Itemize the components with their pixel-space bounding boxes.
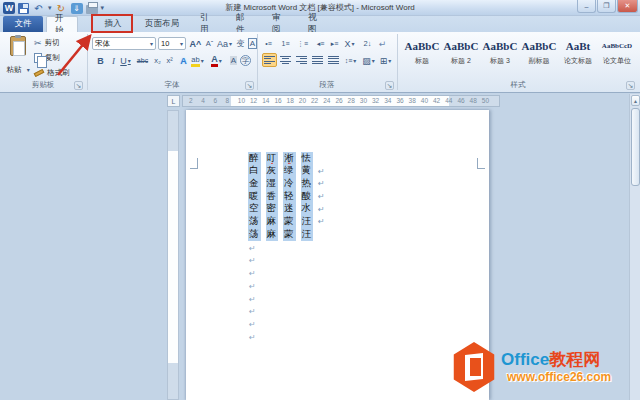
empty-paragraph-mark-icon: ↵ — [249, 295, 256, 304]
chevron-down-icon: ▾ — [180, 40, 183, 47]
distribute-button[interactable] — [326, 53, 341, 67]
word[interactable]: 水汪汪 — [301, 202, 314, 241]
minimize-button[interactable]: – — [577, 0, 596, 13]
justify-button[interactable] — [310, 53, 325, 67]
borders-icon[interactable]: ⊞ ▾ — [379, 54, 392, 67]
shading-glyph: ▨ — [362, 56, 371, 66]
horizontal-ruler[interactable]: 2468101214161820222426283032343638404244… — [182, 95, 500, 107]
enclose-characters-icon[interactable]: 字 — [239, 54, 252, 67]
ribbon-tab-5[interactable]: 邮件 — [228, 16, 260, 32]
decrease-indent-icon[interactable]: ◂≡ — [314, 37, 327, 50]
ruler-tick: 10 — [238, 97, 245, 104]
font-color-icon: A — [211, 55, 218, 67]
show-marks-icon[interactable]: ↵ — [376, 37, 389, 50]
style-preview: AaBt — [559, 36, 597, 56]
scrollbar-thumb[interactable] — [631, 108, 640, 186]
empty-paragraph-mark-icon: ↵ — [249, 320, 256, 329]
line-spacing-glyph: ↕≡ — [345, 57, 353, 64]
character-border-icon[interactable]: A — [246, 37, 259, 50]
sort-icon[interactable]: 2↓ — [361, 37, 374, 50]
font-dialog-launcher-icon[interactable]: ↘ — [245, 81, 254, 90]
scroll-up-icon[interactable]: ▲ — [631, 95, 640, 106]
chevron-down-icon: ▾ — [128, 57, 131, 64]
word[interactable]: 迷蒙蒙 — [283, 202, 296, 241]
style-name: 论文单位 — [598, 56, 636, 66]
change-case-glyph: Aa — [217, 39, 228, 49]
align-left-icon — [264, 56, 275, 65]
style-card[interactable]: AaBbC副标题 — [520, 36, 558, 72]
ruler-tick: 40 — [421, 97, 428, 104]
chevron-down-icon: ▾ — [372, 57, 375, 64]
word-window: W ↶ ▾ ↻ ⇓ ▾ 新建 Microsoft Word 文档 [兼容模式] … — [0, 0, 640, 400]
superscript-button[interactable]: x² — [163, 54, 176, 67]
ruler-tick: 32 — [372, 97, 379, 104]
shading-icon[interactable]: ▨ ▾ — [362, 54, 375, 67]
highlight-color-button[interactable]: ab ▾ — [191, 54, 204, 67]
style-preview: AaBbC — [442, 36, 480, 56]
grow-font-icon[interactable]: A^ — [189, 37, 202, 50]
ribbon-tab-file[interactable]: 文件 — [3, 16, 43, 32]
paragraph-mark-icon: ↵ — [318, 192, 325, 201]
ruler-tick: 8 — [226, 97, 230, 104]
style-card[interactable]: AaBt论文标题 — [559, 36, 597, 72]
enclose-glyph: 字 — [240, 55, 251, 66]
style-card[interactable]: AaBbC标题 3 — [481, 36, 519, 72]
character-shading-glyph: A — [230, 56, 237, 65]
style-card[interactable]: AaBbC标题 2 — [442, 36, 480, 72]
empty-paragraph-mark-icon: ↵ — [249, 282, 256, 291]
ribbon-tab-4[interactable]: 引用 — [192, 16, 224, 32]
align-center-button[interactable] — [278, 53, 293, 67]
style-card[interactable]: AaBbC标题 — [403, 36, 441, 72]
ribbon-tab-7[interactable]: 视图 — [300, 16, 332, 32]
numbering-icon[interactable]: 1≡ — [279, 37, 292, 50]
ribbon-tab-3[interactable]: 页面布局 — [136, 16, 188, 32]
styles-dialog-launcher-icon[interactable]: ↘ — [626, 81, 635, 90]
align-right-button[interactable] — [294, 53, 309, 67]
ruler-tick: 16 — [274, 97, 281, 104]
font-color-button[interactable]: A ▾ — [210, 54, 223, 67]
empty-paragraph-mark-icon: ↵ — [249, 244, 256, 253]
styles-group-label: 样式 — [398, 80, 638, 90]
underline-button[interactable]: U ▾ — [119, 54, 132, 67]
distribute-icon — [328, 56, 339, 65]
align-left-button[interactable] — [262, 53, 277, 67]
text-effects-icon[interactable]: A — [177, 54, 190, 67]
margin-cropmark — [197, 158, 198, 168]
font-size-select[interactable]: 10 ▾ — [158, 37, 186, 50]
clipboard-dialog-launcher-icon[interactable]: ↘ — [74, 81, 83, 90]
paragraph-mark-icon: ↵ — [318, 205, 325, 214]
text-line[interactable]: 空荡荡密麻麻迷蒙蒙水汪汪↵ — [248, 216, 325, 228]
increase-indent-icon[interactable]: ▸≡ — [328, 37, 341, 50]
style-card[interactable]: AaBbCcD论文单位 — [598, 36, 636, 72]
shrink-font-icon[interactable]: Aˇ — [203, 37, 216, 50]
empty-paragraph-mark-icon: ↵ — [249, 231, 256, 240]
tab-selector[interactable]: L — [167, 95, 180, 107]
strikethrough-button[interactable]: abc — [136, 54, 149, 67]
word[interactable]: 密麻麻 — [266, 202, 279, 241]
style-preview: AaBbC — [403, 36, 441, 56]
multilevel-list-icon[interactable]: ⋮≡ — [296, 37, 309, 50]
bullets-icon[interactable]: •≡ — [262, 37, 275, 50]
ruler-tick: 18 — [287, 97, 294, 104]
ribbon-tab-6[interactable]: 审阅 — [264, 16, 296, 32]
margin-cropmark — [477, 158, 478, 168]
ruler-tick: 46 — [457, 97, 464, 104]
paste-label: 粘贴 — [6, 65, 21, 74]
line-spacing-icon[interactable]: ↕≡ ▾ — [344, 54, 357, 67]
close-button[interactable]: ✕ — [617, 0, 638, 13]
change-case-icon[interactable]: Aa ▾ — [217, 37, 232, 50]
office-logo-icon — [451, 342, 497, 392]
asian-layout-glyph: X — [344, 39, 350, 49]
maximize-button[interactable]: ❐ — [597, 0, 616, 13]
chevron-down-icon: ▾ — [219, 57, 222, 64]
asian-layout-icon[interactable]: X ▾ — [343, 37, 356, 50]
style-name: 标题 — [403, 56, 441, 66]
borders-glyph: ⊞ — [380, 56, 388, 66]
chevron-down-icon: ▾ — [352, 40, 355, 47]
paragraph-dialog-launcher-icon[interactable]: ↘ — [385, 81, 394, 90]
underline-glyph: U — [120, 56, 127, 66]
empty-paragraph-mark-icon: ↵ — [249, 307, 256, 316]
vertical-ruler[interactable] — [167, 110, 179, 400]
paste-dropdown-icon: ▾ — [27, 67, 30, 73]
chevron-down-icon: ▾ — [201, 57, 204, 64]
